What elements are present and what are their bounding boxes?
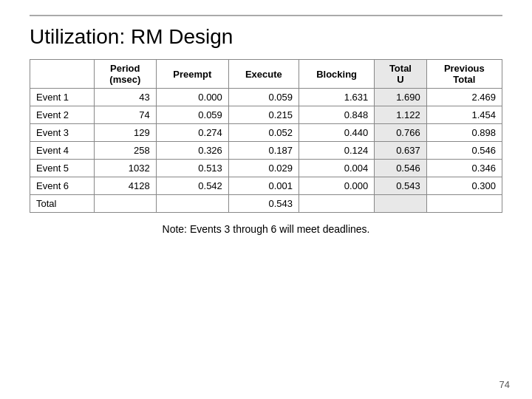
cell-total_u: 1.690: [375, 89, 426, 106]
cell-execute: 0.052: [228, 124, 299, 142]
cell-label: Event 2: [30, 106, 95, 124]
cell-preempt: 0.000: [156, 89, 228, 106]
cell-label: Total: [30, 195, 95, 213]
cell-period: 4128: [94, 177, 156, 195]
cell-prev_total: 0.346: [426, 160, 502, 177]
cell-total_u: 1.122: [375, 106, 426, 124]
col-header-prev-total: PreviousTotal: [426, 60, 502, 89]
cell-preempt: 0.513: [156, 160, 228, 177]
cell-execute: 0.029: [228, 160, 299, 177]
table-row: Event 42580.3260.1870.1240.6370.546: [30, 142, 502, 160]
col-header-period: Period(msec): [94, 60, 156, 89]
cell-execute: 0.059: [228, 89, 299, 106]
cell-blocking: 0.848: [299, 106, 374, 124]
cell-period: 1032: [94, 160, 156, 177]
cell-blocking: 0.440: [299, 124, 374, 142]
cell-label: Event 6: [30, 177, 95, 195]
table-row: Event 510320.5130.0290.0040.5460.346: [30, 160, 502, 177]
cell-blocking: [299, 195, 374, 213]
cell-preempt: 0.326: [156, 142, 228, 160]
note-text: Note: Events 3 through 6 will meet deadl…: [30, 223, 502, 235]
col-header-label: [30, 60, 95, 89]
cell-prev_total: 0.300: [426, 177, 502, 195]
col-header-blocking: Blocking: [299, 60, 374, 89]
cell-total_u: [375, 195, 426, 213]
col-header-total-u: TotalU: [375, 60, 426, 89]
cell-label: Event 4: [30, 142, 95, 160]
utilization-table: Period(msec) Preempt Execute Blocking To…: [30, 59, 502, 213]
cell-prev_total: [426, 195, 502, 213]
cell-period: 129: [94, 124, 156, 142]
divider: [30, 15, 502, 16]
page-title: Utilization: RM Design: [30, 25, 502, 49]
page-number: 74: [499, 379, 510, 390]
cell-period: [94, 195, 156, 213]
table-row: Event 2740.0590.2150.8481.1221.454: [30, 106, 502, 124]
cell-prev_total: 0.898: [426, 124, 502, 142]
cell-blocking: 0.004: [299, 160, 374, 177]
cell-blocking: 0.000: [299, 177, 374, 195]
cell-period: 258: [94, 142, 156, 160]
cell-total_u: 0.543: [375, 177, 426, 195]
col-header-preempt: Preempt: [156, 60, 228, 89]
cell-preempt: 0.274: [156, 124, 228, 142]
cell-label: Event 3: [30, 124, 95, 142]
cell-prev_total: 0.546: [426, 142, 502, 160]
cell-prev_total: 1.454: [426, 106, 502, 124]
cell-prev_total: 2.469: [426, 89, 502, 106]
table-row: Event 31290.2740.0520.4400.7660.898: [30, 124, 502, 142]
cell-total_u: 0.766: [375, 124, 426, 142]
cell-execute: 0.543: [228, 195, 299, 213]
cell-execute: 0.187: [228, 142, 299, 160]
cell-total_u: 0.637: [375, 142, 426, 160]
cell-preempt: [156, 195, 228, 213]
cell-preempt: 0.059: [156, 106, 228, 124]
cell-blocking: 0.124: [299, 142, 374, 160]
cell-preempt: 0.542: [156, 177, 228, 195]
cell-label: Event 1: [30, 89, 95, 106]
cell-execute: 0.215: [228, 106, 299, 124]
cell-label: Event 5: [30, 160, 95, 177]
col-header-execute: Execute: [228, 60, 299, 89]
table-row: Total0.543: [30, 195, 502, 213]
table-row: Event 641280.5420.0010.0000.5430.300: [30, 177, 502, 195]
cell-execute: 0.001: [228, 177, 299, 195]
cell-period: 43: [94, 89, 156, 106]
cell-blocking: 1.631: [299, 89, 374, 106]
cell-total_u: 0.546: [375, 160, 426, 177]
page-container: Utilization: RM Design Period(msec) Pree…: [0, 0, 532, 242]
cell-period: 74: [94, 106, 156, 124]
table-row: Event 1430.0000.0591.6311.6902.469: [30, 89, 502, 106]
